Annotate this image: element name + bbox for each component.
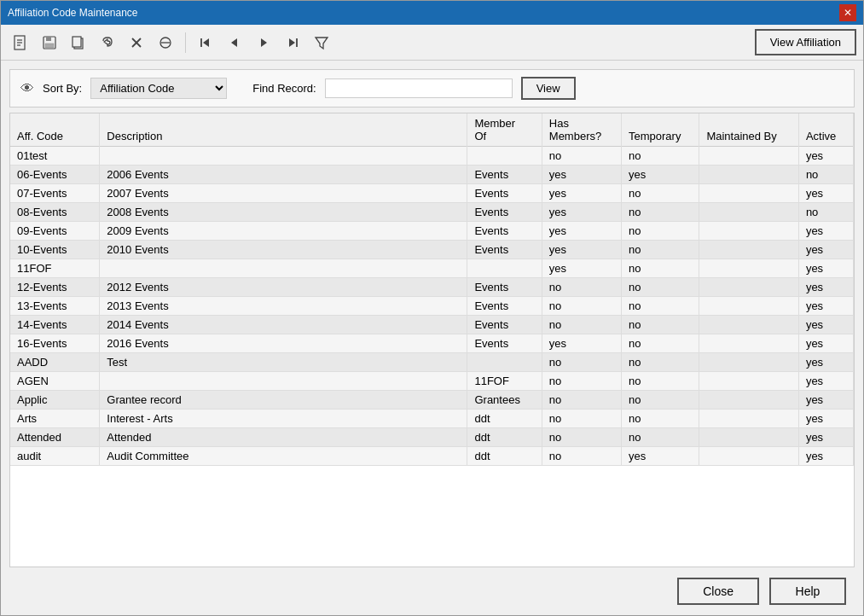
sort-by-label: Sort By: (43, 82, 82, 95)
new-icon (13, 35, 28, 50)
cell-member_of: Events (467, 203, 542, 222)
cell-temporary: no (622, 372, 699, 391)
close-button[interactable]: Close (677, 578, 759, 605)
cell-has_members: no (542, 428, 621, 447)
cell-maintained_by (699, 147, 799, 166)
table-row[interactable]: 13-Events2013 EventsEventsnonoyes (10, 297, 854, 316)
cell-description: 2014 Events (100, 316, 467, 334)
cell-member_of: ddt (467, 428, 542, 447)
table-scroll[interactable]: Aff. Code Description MemberOf HasMember… (10, 113, 854, 567)
cell-aff_code: Attended (10, 428, 100, 447)
delete-button[interactable] (124, 30, 149, 55)
cell-aff_code: Applic (10, 391, 100, 410)
table-row[interactable]: 08-Events2008 EventsEventsyesnono (10, 203, 854, 222)
table-row[interactable]: 07-Events2007 EventsEventsyesnoyes (10, 184, 854, 203)
cell-active: no (798, 166, 853, 184)
cell-description (100, 372, 467, 391)
cell-description: 2009 Events (100, 222, 467, 241)
cancel-button[interactable] (153, 30, 178, 55)
cell-aff_code: 16-Events (10, 334, 100, 353)
table-row[interactable]: ArtsInterest - Artsddtnonoyes (10, 410, 854, 428)
cell-active: yes (798, 391, 853, 410)
cell-member_of: Events (467, 278, 542, 297)
table-row[interactable]: ApplicGrantee recordGranteesnonoyes (10, 391, 854, 410)
view-affiliation-button[interactable]: View Affiliation (755, 29, 856, 55)
prev-icon (227, 35, 242, 50)
help-button[interactable]: Help (769, 578, 846, 605)
cell-active: yes (798, 147, 853, 166)
save-button[interactable] (37, 30, 62, 55)
cell-member_of: Grantees (467, 391, 542, 410)
cell-active: yes (798, 410, 853, 428)
next-record-button[interactable] (251, 30, 276, 55)
cell-maintained_by (699, 372, 799, 391)
cell-has_members: no (542, 447, 621, 466)
table-row[interactable]: AGEN11FOFnonoyes (10, 372, 854, 391)
undo-button[interactable] (95, 30, 120, 55)
cell-aff_code: 11FOF (10, 259, 100, 278)
affiliation-table: Aff. Code Description MemberOf HasMember… (10, 113, 854, 466)
cell-temporary: no (622, 410, 699, 428)
svg-rect-6 (45, 44, 54, 48)
cell-temporary: no (622, 278, 699, 297)
cell-aff_code: 12-Events (10, 278, 100, 297)
cell-maintained_by (699, 353, 799, 372)
table-row[interactable]: 11FOFyesnoyes (10, 259, 854, 278)
cell-active: no (798, 203, 853, 222)
find-record-label: Find Record: (252, 82, 316, 95)
table-row[interactable]: 06-Events2006 EventsEventsyesyesno (10, 166, 854, 184)
table-row[interactable]: 12-Events2012 EventsEventsnonoyes (10, 278, 854, 297)
cell-has_members: yes (542, 241, 621, 259)
table-row[interactable]: AttendedAttendedddtnonoyes (10, 428, 854, 447)
col-header-member-of: MemberOf (467, 113, 542, 147)
delete-icon (129, 35, 144, 50)
table-row[interactable]: AADDTestnonoyes (10, 353, 854, 372)
col-header-aff-code: Aff. Code (10, 113, 100, 147)
cell-member_of: ddt (467, 410, 542, 428)
col-header-description: Description (100, 113, 467, 147)
cell-aff_code: 10-Events (10, 241, 100, 259)
cell-description: 2006 Events (100, 166, 467, 184)
new-button[interactable] (8, 30, 33, 55)
find-record-input[interactable] (325, 78, 513, 98)
svg-rect-5 (46, 37, 51, 41)
cell-description: Test (100, 353, 467, 372)
cell-maintained_by (699, 334, 799, 353)
copy-button[interactable] (66, 30, 91, 55)
table-row[interactable]: 16-Events2016 EventsEventsyesnoyes (10, 334, 854, 353)
cell-temporary: no (622, 391, 699, 410)
cell-active: yes (798, 241, 853, 259)
cell-temporary: no (622, 297, 699, 316)
cell-description: 2008 Events (100, 203, 467, 222)
view-button[interactable]: View (521, 77, 576, 100)
cell-description: Attended (100, 428, 467, 447)
svg-marker-14 (203, 38, 209, 47)
cell-active: yes (798, 222, 853, 241)
close-window-button[interactable]: ✕ (839, 4, 856, 21)
table-row[interactable]: auditAudit Committeeddtnoyesyes (10, 447, 854, 466)
table-row[interactable]: 14-Events2014 EventsEventsnonoyes (10, 316, 854, 334)
cell-maintained_by (699, 410, 799, 428)
cell-maintained_by (699, 391, 799, 410)
last-record-button[interactable] (280, 30, 305, 55)
next-icon (256, 35, 271, 50)
table-row[interactable]: 10-Events2010 EventsEventsyesnoyes (10, 241, 854, 259)
cell-aff_code: 14-Events (10, 316, 100, 334)
prev-record-button[interactable] (222, 30, 247, 55)
sort-by-select[interactable]: Affiliation Code (90, 78, 227, 99)
cell-member_of (467, 259, 542, 278)
cell-maintained_by (699, 278, 799, 297)
svg-rect-8 (72, 37, 81, 47)
cell-has_members: yes (542, 222, 621, 241)
cell-active: yes (798, 334, 853, 353)
cell-has_members: no (542, 410, 621, 428)
table-row[interactable]: 01testnonoyes (10, 147, 854, 166)
cell-aff_code: AADD (10, 353, 100, 372)
cell-temporary: no (622, 353, 699, 372)
table-row[interactable]: 09-Events2009 EventsEventsyesnoyes (10, 222, 854, 241)
cell-description: Audit Committee (100, 447, 467, 466)
col-header-maintained-by: Maintained By (699, 113, 799, 147)
cell-member_of: Events (467, 184, 542, 203)
first-record-button[interactable] (193, 30, 218, 55)
filter-button[interactable] (309, 30, 334, 55)
